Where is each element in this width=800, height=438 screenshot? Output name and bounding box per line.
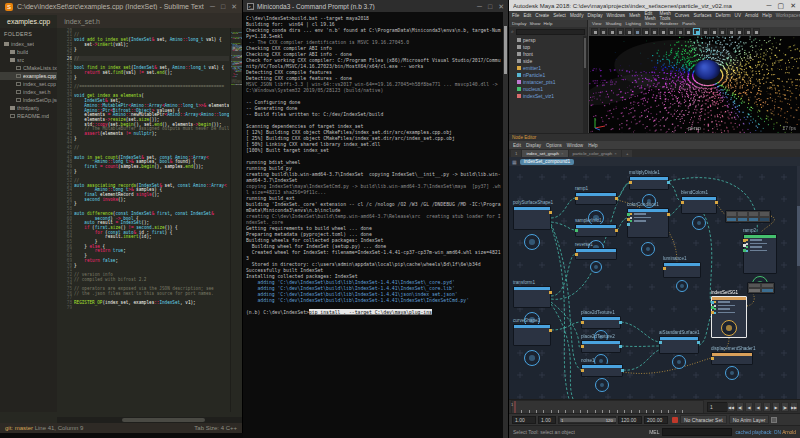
mel-label[interactable]: MEL — [649, 429, 659, 435]
node-polySurfaceShape1[interactable] — [513, 206, 551, 230]
close-tab-icon[interactable]: × — [561, 151, 564, 156]
input-port[interactable] — [627, 218, 630, 221]
close-button[interactable]: ✕ — [498, 3, 504, 10]
menu-edit-mesh[interactable]: Edit Mesh — [644, 11, 655, 21]
sidebar-item-index_set[interactable]: index_set — [0, 40, 57, 48]
close-button[interactable]: ✕ — [231, 3, 237, 10]
node-luminance1[interactable] — [663, 262, 701, 278]
output-port[interactable] — [549, 329, 552, 332]
node-aiStandardSurface1[interactable] — [659, 336, 699, 354]
input-port[interactable] — [711, 311, 714, 314]
node-samplerInfo1[interactable] — [575, 224, 617, 237]
node-graph-canvas[interactable]: polySurfaceShape1transform1curveShape1ra… — [509, 166, 797, 399]
input-port[interactable] — [659, 341, 662, 344]
menu-mesh-tools[interactable]: Mesh Tools — [660, 11, 671, 21]
viewport-toolbar-icon-14[interactable] — [710, 28, 717, 35]
input-port[interactable] — [627, 223, 630, 226]
node-place2dTexture2[interactable] — [581, 340, 621, 353]
node-swatch-circle[interactable] — [595, 378, 609, 392]
node-swatch[interactable] — [747, 282, 775, 294]
output-port[interactable] — [667, 213, 670, 216]
viewport-toolbar-icon-19[interactable] — [753, 28, 760, 35]
viewport-toolbar-icon-2[interactable] — [608, 28, 615, 35]
mel-command-input[interactable] — [662, 428, 732, 436]
range-bar[interactable]: 1 120 — [558, 416, 616, 424]
input-port[interactable] — [711, 301, 714, 304]
menu-select[interactable]: Select — [553, 13, 566, 18]
transport-button-2[interactable]: ◀ — [745, 402, 753, 412]
swatch-cell[interactable] — [762, 289, 773, 292]
menu-surfaces[interactable]: Surfaces — [693, 13, 711, 18]
viewport-toolbar-icon-4[interactable] — [625, 28, 632, 35]
node-editor-menu-edit[interactable]: Edit — [513, 143, 521, 148]
breadcrumb-chip[interactable]: indexSet_compound1 — [520, 159, 574, 165]
input-port[interactable] — [627, 213, 630, 216]
outliner-item-nParticle1[interactable]: nParticle1 — [509, 71, 587, 78]
transport-button-3[interactable]: ◀ — [754, 402, 762, 412]
node-editor-menu-window[interactable]: Window — [567, 143, 583, 148]
sublime-editor[interactable]: 2021222324252627282930313233343536373839… — [57, 28, 242, 412]
menu-mesh[interactable]: Mesh — [629, 13, 640, 18]
minimap-viewport[interactable] — [231, 46, 242, 68]
transport-button-1[interactable]: ◀| — [736, 402, 744, 412]
outliner-item-persp[interactable]: persp — [509, 36, 587, 43]
node-curveShape1[interactable] — [513, 324, 551, 346]
input-port[interactable] — [743, 244, 746, 247]
maximize-button[interactable]: ▢ — [778, 2, 785, 9]
node-ramp2[interactable] — [743, 234, 777, 274]
output-port[interactable] — [549, 211, 552, 214]
viewport-toolbar-icon-5[interactable] — [634, 28, 641, 35]
input-port[interactable] — [711, 306, 714, 309]
node-swatch[interactable] — [725, 210, 771, 223]
node-editor-menu-help[interactable]: Help — [588, 143, 597, 148]
menu-help[interactable]: Help — [762, 13, 771, 18]
transport-button-5[interactable]: ▶ — [772, 402, 780, 412]
node-swatch-circle[interactable] — [692, 216, 706, 230]
output-port[interactable] — [615, 229, 618, 232]
transport-button-6[interactable]: |▶ — [781, 402, 789, 412]
close-tab-icon[interactable]: × — [614, 151, 617, 156]
viewport-toolbar-icon-12[interactable] — [693, 28, 700, 35]
swatch-cell[interactable] — [760, 218, 769, 222]
outliner-search-input[interactable] — [516, 29, 585, 35]
input-port[interactable] — [581, 369, 584, 372]
viewport-toolbar-icon-16[interactable] — [727, 28, 734, 35]
viewport-toolbar-icon-8[interactable] — [659, 28, 666, 35]
output-port[interactable] — [715, 201, 718, 204]
sidebar-item-IndexSetOp.json[interactable]: IndexSetOp.json — [0, 96, 57, 104]
viewport-toolbar-icon-6[interactable] — [642, 28, 649, 35]
node-editor-tab-+[interactable]: + — [622, 150, 633, 157]
sidebar-item-CMakeLists.txt[interactable]: CMakeLists.txt — [0, 64, 57, 72]
node-place2dTexture1[interactable] — [581, 316, 621, 329]
viewport-menu-renderer[interactable]: Renderer — [660, 21, 678, 26]
input-port[interactable] — [743, 239, 746, 242]
output-port[interactable] — [549, 291, 552, 294]
viewport-toolbar-icon-10[interactable] — [676, 28, 683, 35]
viewport-toolbar-icon-11[interactable] — [685, 28, 692, 35]
sidebar-item-src[interactable]: src — [0, 56, 57, 64]
input-port[interactable] — [629, 181, 632, 184]
input-port[interactable] — [743, 249, 746, 252]
outliner-item-front[interactable]: front — [509, 50, 587, 57]
viewport-toolbar-icon-9[interactable] — [668, 28, 675, 35]
panel-strip-label[interactable]: Node Editor — [512, 135, 536, 140]
input-port[interactable] — [575, 253, 578, 256]
terminal-scrollbar[interactable] — [503, 12, 508, 438]
menu-modify[interactable]: Modify — [570, 13, 584, 18]
maya-titlebar[interactable]: Autodesk Maya 2018: C:\dev\maya\projects… — [509, 0, 800, 11]
node-swatch-circle[interactable] — [641, 242, 655, 256]
tab-index_set.h[interactable]: index_set.h — [57, 15, 107, 28]
anim-end-field[interactable]: 200.00 — [644, 416, 668, 424]
menu-file[interactable]: File — [512, 13, 519, 18]
outliner-item-emitter1[interactable]: emitter1 — [509, 64, 587, 71]
sidebar-item-index_set.h[interactable]: index_set.h — [0, 88, 57, 96]
node-transform1[interactable] — [513, 286, 551, 308]
current-time-marker[interactable] — [514, 401, 516, 413]
status-right[interactable]: Tab Size: 4 C++ — [194, 425, 237, 431]
sidebar-item-index_set.cpp[interactable]: index_set.cpp — [0, 80, 57, 88]
menu-curves[interactable]: Curves — [675, 13, 690, 18]
viewport-toolbar-icon-0[interactable] — [591, 28, 598, 35]
viewport-toolbar-icon-3[interactable] — [617, 28, 624, 35]
outliner-menu-display[interactable]: Display — [512, 21, 526, 26]
minimap[interactable]: //void add_to_index_set(IndexSet& set, A… — [230, 28, 242, 412]
